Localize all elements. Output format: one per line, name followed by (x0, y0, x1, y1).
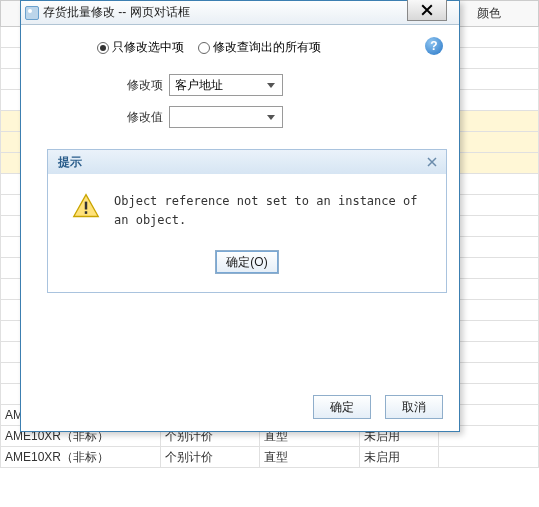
table-row[interactable]: AME10XR（非标）个别计价直型未启用 (1, 447, 539, 468)
chevron-down-icon (263, 77, 279, 93)
cell: 直型 (260, 447, 360, 468)
radio-selected-only-label: 只修改选中项 (112, 39, 184, 56)
field-dropdown[interactable]: 客户地址 (169, 74, 283, 96)
field-label: 修改项 (39, 77, 169, 94)
dialog-title: 存货批量修改 -- 网页对话框 (43, 4, 455, 21)
cancel-button[interactable]: 取消 (385, 395, 443, 419)
error-messagebox: 提示 Object reference not set to an instan… (47, 149, 447, 293)
radio-selected-only[interactable]: 只修改选中项 (97, 39, 184, 56)
svg-rect-1 (85, 211, 87, 214)
messagebox-text: Object reference not set to an instance … (114, 192, 422, 230)
messagebox-close-button[interactable] (424, 154, 440, 170)
warning-icon (72, 192, 100, 220)
dialog-titlebar: 存货批量修改 -- 网页对话框 (21, 1, 459, 25)
cell: 个别计价 (160, 447, 260, 468)
value-label: 修改值 (39, 109, 169, 126)
app-icon (25, 6, 39, 20)
messagebox-title: 提示 (58, 154, 82, 171)
cell: 未启用 (359, 447, 439, 468)
messagebox-ok-button[interactable]: 确定(O) (215, 250, 278, 274)
close-icon (427, 157, 437, 167)
radio-dot-icon (97, 42, 109, 54)
value-dropdown[interactable] (169, 106, 283, 128)
dialog-close-button[interactable] (407, 0, 447, 21)
batch-edit-dialog: 存货批量修改 -- 网页对话框 ? 只修改选中项 修改查询出的所有项 修改项 客… (20, 0, 460, 432)
svg-rect-0 (85, 202, 87, 210)
ok-button[interactable]: 确定 (313, 395, 371, 419)
radio-all-queried[interactable]: 修改查询出的所有项 (198, 39, 321, 56)
cell (439, 447, 539, 468)
help-icon[interactable]: ? (425, 37, 443, 55)
chevron-down-icon (263, 109, 279, 125)
messagebox-titlebar: 提示 (48, 150, 446, 174)
cell: AME10XR（非标） (1, 447, 161, 468)
radio-dot-icon (198, 42, 210, 54)
radio-all-queried-label: 修改查询出的所有项 (213, 39, 321, 56)
close-icon (421, 4, 433, 16)
field-dropdown-value: 客户地址 (175, 77, 223, 94)
